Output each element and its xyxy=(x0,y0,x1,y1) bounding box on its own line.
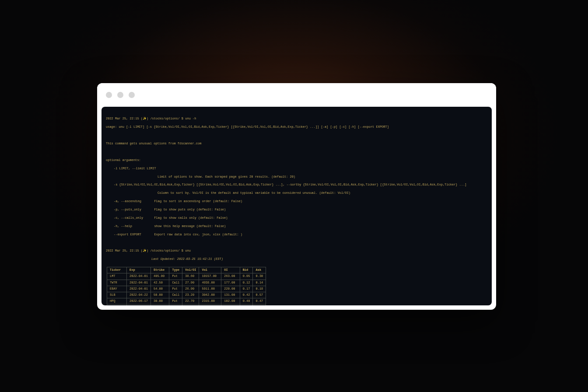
table-row: TWTR2022-04-0142.50Call27.904938.00177.0… xyxy=(107,280,266,286)
table-cell: 26.90 xyxy=(182,286,199,292)
arg-calls-only: -c, --calls_only Flag to show calls only… xyxy=(106,216,487,220)
arg-sort-desc: Column to sort by. Vol/OI is the default… xyxy=(106,191,487,195)
table-cell: TWTR xyxy=(107,280,127,286)
table-cell: 2022-06-17 xyxy=(127,298,151,304)
last-updated: Last Updated: 2022-03-25 15:42:21 (EST) xyxy=(106,257,487,261)
table-cell: LMT xyxy=(107,273,127,280)
table-col-exp: Exp xyxy=(127,267,151,273)
table-cell: 0.56 xyxy=(253,304,266,305)
table-col-voloi: Vol/OI xyxy=(182,267,199,273)
prompt-line: 2022 Mar 25, 22:15 (✨) /stocks/options/ … xyxy=(106,117,487,121)
table-cell: 131.00 xyxy=(221,292,240,298)
blank-line xyxy=(106,133,487,137)
table-cell: 263.00 xyxy=(221,273,240,280)
table-cell: 2022-04-22 xyxy=(127,292,151,298)
table-cell: 177.00 xyxy=(221,280,240,286)
table-row: BMY2022-04-0871.00Put22.502948.00131.000… xyxy=(107,304,266,305)
blank-line xyxy=(106,150,487,154)
table-cell: 30.00 xyxy=(151,298,169,304)
arg-limit-desc: Limit of options to show. Each scraped p… xyxy=(106,175,487,179)
table-col-type: Type xyxy=(169,267,182,273)
table-cell: 2948.00 xyxy=(199,304,221,305)
table-cell: SLB xyxy=(107,292,127,298)
args-header: optional arguments: xyxy=(106,158,487,162)
table-cell: 0.17 xyxy=(240,286,253,292)
terminal-output: 2022 Mar 25, 22:15 (✨) /stocks/options/ … xyxy=(102,107,492,305)
table-cell: 0.05 xyxy=(240,273,253,280)
table-cell: 102.00 xyxy=(221,298,240,304)
table-cell: 220.00 xyxy=(221,286,240,292)
table-cell: 27.90 xyxy=(182,280,199,286)
table-cell: BMY xyxy=(107,304,127,305)
table-cell: 22.70 xyxy=(182,298,199,304)
table-cell: 23.20 xyxy=(182,292,199,298)
arg-sort-flag: -s {Strike,Vol/OI,Vol,OI,Bid,Ask,Exp,Tic… xyxy=(106,183,487,187)
table-cell: 3042.00 xyxy=(199,292,221,298)
table-row: LMT2022-04-01405.00Put38.6010157.00263.0… xyxy=(107,273,266,280)
table-cell: 0.57 xyxy=(253,292,266,298)
table-col-bid: Bid xyxy=(240,267,253,273)
table-cell: 2022-04-01 xyxy=(127,273,151,280)
table-col-oi: OI xyxy=(221,267,240,273)
table-cell: 0.12 xyxy=(240,280,253,286)
table-cell: Put xyxy=(169,304,182,305)
table-col-strike: Strike xyxy=(151,267,169,273)
table-col-ticker: Ticker xyxy=(107,267,127,273)
table-cell: Put xyxy=(169,286,182,292)
table-cell: 0.14 xyxy=(253,280,266,286)
table-cell: 0.45 xyxy=(240,304,253,305)
table-body: LMT2022-04-01405.00Put38.6010157.00263.0… xyxy=(107,273,266,305)
table-cell: 71.00 xyxy=(151,304,169,305)
window-titlebar xyxy=(97,83,496,107)
table-cell: HPQ xyxy=(107,298,127,304)
table-cell: 0.47 xyxy=(253,298,266,304)
table-cell: Call xyxy=(169,292,182,298)
table-cell: 5911.00 xyxy=(199,286,221,292)
table-cell: 0.18 xyxy=(253,286,266,292)
table-row: SLB2022-04-2250.00Call23.203042.00131.00… xyxy=(107,292,266,298)
prompt-line: 2022 Mar 25, 22:15 (✨) /stocks/options/ … xyxy=(106,249,487,253)
table-cell: 22.50 xyxy=(182,304,199,305)
table-cell: 38.60 xyxy=(182,273,199,280)
table-cell: 42.50 xyxy=(151,280,169,286)
blank-line xyxy=(106,241,487,245)
description-line: This command gets unusual options from f… xyxy=(106,142,487,146)
terminal-window: 2022 Mar 25, 22:15 (✨) /stocks/options/ … xyxy=(97,83,496,310)
arg-puts-only: -p, --puts_only Flag to show puts only (… xyxy=(106,208,487,212)
arg-help: -h, --help show this help message (defau… xyxy=(106,224,487,228)
table-cell: EBAY xyxy=(107,286,127,292)
table-cell: 2022-04-08 xyxy=(127,304,151,305)
minimize-icon[interactable] xyxy=(117,92,123,98)
table-row: HPQ2022-06-1730.00Put22.702315.00102.000… xyxy=(107,298,266,304)
table-cell: 2315.00 xyxy=(199,298,221,304)
arg-ascending: -a, --ascending Flag to sort in ascendin… xyxy=(106,200,487,203)
maximize-icon[interactable] xyxy=(129,92,135,98)
options-table: TickerExpStrikeTypeVol/OIVolOIBidAsk LMT… xyxy=(107,267,266,305)
table-cell: Put xyxy=(169,298,182,304)
table-cell: 0.42 xyxy=(240,292,253,298)
table-cell: 54.00 xyxy=(151,286,169,292)
table-cell: 405.00 xyxy=(151,273,169,280)
table-cell: Call xyxy=(169,280,182,286)
usage-line: usage: unu [-l LIMIT] [-s {Strike,Vol/OI… xyxy=(106,125,487,129)
table-col-ask: Ask xyxy=(253,267,266,273)
table-header: TickerExpStrikeTypeVol/OIVolOIBidAsk xyxy=(107,267,266,273)
arg-export: --export EXPORT Export raw data into csv… xyxy=(106,233,487,237)
table-row: EBAY2022-04-0154.00Put26.905911.00220.00… xyxy=(107,286,266,292)
table-cell: 10157.00 xyxy=(199,273,221,280)
close-icon[interactable] xyxy=(106,92,112,98)
table-cell: 0.40 xyxy=(240,298,253,304)
table-cell: 131.00 xyxy=(221,304,240,305)
table-header-row: TickerExpStrikeTypeVol/OIVolOIBidAsk xyxy=(107,267,266,273)
table-cell: 4938.00 xyxy=(199,280,221,286)
table-cell: Put xyxy=(169,273,182,280)
terminal-viewport[interactable]: 2022 Mar 25, 22:15 (✨) /stocks/options/ … xyxy=(102,107,492,305)
table-cell: 0.30 xyxy=(253,273,266,280)
table-cell: 2022-04-01 xyxy=(127,280,151,286)
arg-limit-flag: -l LIMIT, --limit LIMIT xyxy=(106,167,487,171)
table-cell: 2022-04-01 xyxy=(127,286,151,292)
table-col-vol: Vol xyxy=(199,267,221,273)
table-cell: 50.00 xyxy=(151,292,169,298)
